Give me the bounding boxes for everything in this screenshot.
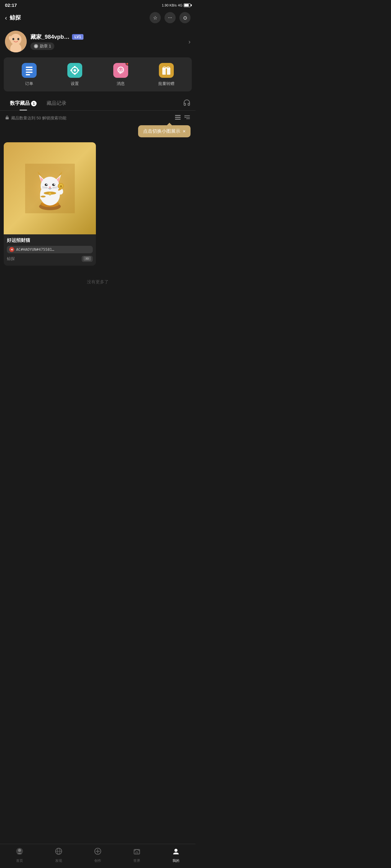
no-more-text: 没有更多了 — [87, 279, 109, 284]
svg-text:福: 福 — [59, 185, 62, 188]
tab-digital-label: 数字藏品 — [10, 100, 30, 106]
profile-section: 藏家_984vpb… LV1 勋章 1 › — [0, 27, 196, 57]
signal-type: 4G — [178, 3, 183, 7]
quick-actions: 订单 设置 — [4, 57, 192, 91]
gift-icon-wrap — [158, 62, 174, 79]
svg-rect-10 — [26, 67, 33, 68]
no-more: 没有更多了 — [0, 272, 196, 292]
svg-rect-35 — [175, 117, 180, 118]
gift-label: 批量转赠 — [158, 81, 174, 87]
star-icon: ☆ — [153, 15, 157, 21]
tabs-left: 数字藏品 1 藏品记录 — [5, 96, 72, 111]
tab-digital-badge: 1 — [31, 101, 37, 106]
order-icon — [22, 63, 37, 78]
nav-right: ☆ ··· ⊙ — [149, 12, 191, 23]
tooltip-close-button[interactable]: × — [183, 129, 186, 134]
tooltip-text: 点击切换小图展示 — [143, 128, 180, 134]
svg-point-64 — [49, 192, 51, 195]
info-bar-left: 藏品数量达到 50 解锁搜索功能 — [5, 115, 66, 121]
svg-point-56 — [49, 187, 51, 188]
svg-point-25 — [121, 69, 122, 70]
svg-rect-13 — [26, 74, 30, 75]
card-id-icon — [9, 247, 14, 252]
svg-rect-12 — [26, 72, 33, 73]
svg-rect-36 — [175, 119, 180, 120]
svg-text:3D: 3D — [85, 257, 89, 260]
star-button[interactable]: ☆ — [149, 12, 161, 23]
message-notification-dot — [126, 62, 129, 65]
tooltip-container: 点击切换小图展示 × — [0, 125, 196, 140]
svg-point-2 — [12, 38, 14, 40]
more-button[interactable]: ··· — [165, 12, 176, 23]
profile-name-row: 藏家_984vpb… LV1 — [30, 33, 185, 41]
badge-row: 勋章 1 — [30, 42, 185, 50]
gift-icon — [159, 63, 174, 78]
tabs-right — [183, 99, 191, 108]
order-label: 订单 — [25, 81, 33, 87]
status-time: 02:17 — [5, 2, 17, 8]
tab-digital[interactable]: 数字藏品 1 — [5, 96, 41, 111]
card-image-container: 福 — [4, 142, 96, 235]
status-right: 1.90 KB/s 4G — [162, 3, 191, 7]
action-gift[interactable]: 批量转赠 — [158, 62, 174, 87]
lock-text: 藏品数量达到 50 解锁搜索功能 — [11, 115, 66, 121]
collection-card[interactable]: 福 好运招财猫 AC#HAOYUN#475581… 鲸探 — [4, 142, 96, 266]
sort-button[interactable] — [184, 114, 191, 122]
back-button[interactable]: ‹ — [5, 14, 7, 21]
message-label: 消息 — [117, 81, 125, 87]
action-order[interactable]: 订单 — [21, 62, 37, 87]
avatar — [5, 31, 27, 52]
svg-point-16 — [74, 69, 76, 72]
nav-left: ‹ 鲸探 — [5, 14, 21, 21]
settings-label: 设置 — [71, 81, 79, 87]
top-nav: ‹ 鲸探 ☆ ··· ⊙ — [0, 10, 196, 27]
status-bar: 02:17 1.90 KB/s 4G — [0, 0, 196, 10]
page-title: 鲸探 — [10, 14, 21, 21]
list-view-button[interactable] — [174, 114, 181, 122]
lock-icon — [5, 115, 9, 121]
tooltip-bubble: 点击切换小图展示 × — [138, 125, 191, 137]
svg-point-24 — [119, 69, 120, 70]
card-image-placeholder: 福 — [4, 142, 96, 235]
record-button[interactable]: ⊙ — [179, 12, 191, 23]
info-bar: 藏品数量达到 50 解锁搜索功能 — [0, 111, 196, 125]
svg-point-54 — [46, 184, 48, 185]
profile-info: 藏家_984vpb… LV1 勋章 1 — [30, 33, 185, 50]
settings-icon-wrap — [67, 62, 83, 79]
order-icon-wrap — [21, 62, 37, 79]
headset-icon[interactable] — [183, 99, 191, 108]
card-platform: 鲸探 — [7, 256, 15, 261]
profile-name: 藏家_984vpb… — [30, 33, 69, 41]
medal-badge[interactable]: 勋章 1 — [30, 42, 54, 50]
settings-icon — [67, 63, 82, 78]
card-footer: 鲸探 3D — [7, 256, 93, 262]
svg-rect-17 — [74, 66, 76, 67]
svg-point-69 — [40, 196, 46, 197]
card-title: 好运招财猫 — [7, 238, 93, 243]
level-badge: LV1 — [72, 34, 83, 40]
action-settings[interactable]: 设置 — [67, 62, 83, 87]
info-bar-right — [174, 114, 191, 122]
network-speed: 1.90 KB/s — [162, 3, 177, 7]
svg-rect-11 — [26, 69, 33, 70]
svg-rect-34 — [175, 115, 180, 116]
svg-point-3 — [18, 38, 19, 40]
tabs-section: 数字藏品 1 藏品记录 — [0, 96, 196, 111]
tab-history[interactable]: 藏品记录 — [41, 96, 72, 111]
svg-rect-33 — [6, 117, 9, 119]
svg-rect-19 — [71, 69, 72, 71]
svg-rect-20 — [78, 69, 79, 71]
svg-rect-18 — [74, 73, 76, 75]
more-icon: ··· — [168, 15, 172, 21]
svg-point-74 — [11, 249, 12, 250]
card-id-badge: AC#HAOYUN#475581… — [7, 246, 93, 253]
card-info: 好运招财猫 AC#HAOYUN#475581… 鲸探 3D — [4, 235, 96, 266]
medal-label: 勋章 1 — [40, 43, 51, 49]
tab-history-label: 藏品记录 — [47, 100, 66, 106]
collection-grid: 福 好运招财猫 AC#HAOYUN#475581… 鲸探 — [0, 140, 196, 272]
action-message[interactable]: 消息 — [113, 62, 129, 87]
card-id-text: AC#HAOYUN#475581… — [16, 247, 54, 252]
svg-point-55 — [54, 184, 55, 185]
card-3d-badge: 3D — [82, 256, 93, 262]
profile-arrow[interactable]: › — [188, 38, 191, 45]
